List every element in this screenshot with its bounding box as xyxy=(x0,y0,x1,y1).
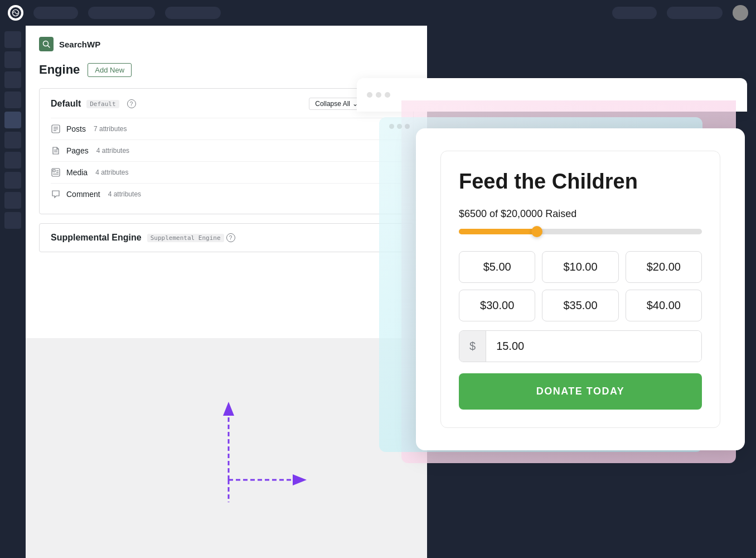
admin-bar-pill-3[interactable] xyxy=(165,7,221,19)
engine-section-header: Default Default ? Collapse All ⌄ Source xyxy=(51,98,402,110)
source-item-comment: Comment 4 attributes xyxy=(51,183,402,205)
admin-bar-right-pill-2[interactable] xyxy=(667,7,723,19)
donation-title: Feed the Children xyxy=(459,169,702,195)
media-attrs: 4 attributes xyxy=(95,169,128,176)
searchwp-panel: SearchWP Engine Add New Default Default … xyxy=(26,26,427,338)
supplemental-title: Supplemental Engine xyxy=(51,233,142,243)
admin-bar-pill-2[interactable] xyxy=(88,7,155,19)
amount-btn-30[interactable]: $30.00 xyxy=(459,290,535,321)
currency-symbol: $ xyxy=(459,331,486,362)
engine-badge: Default xyxy=(86,100,119,108)
comment-attrs: 4 attributes xyxy=(108,190,141,198)
svg-marker-17 xyxy=(293,474,307,485)
engine-header: Engine Add New xyxy=(39,62,414,77)
amount-btn-10[interactable]: $10.00 xyxy=(542,251,618,283)
admin-bar-right-pill-1[interactable] xyxy=(612,7,657,19)
sidebar-item-8[interactable] xyxy=(4,192,21,209)
progress-bar-fill xyxy=(459,229,537,234)
help-icon[interactable]: ? xyxy=(127,99,136,108)
svg-rect-10 xyxy=(53,170,55,172)
custom-amount-input[interactable] xyxy=(486,331,701,362)
media-label: Media xyxy=(66,168,88,177)
collapse-all-button[interactable]: Collapse All ⌄ xyxy=(309,98,364,110)
comment-icon xyxy=(51,189,61,199)
donate-today-button[interactable]: DONATE TODAY xyxy=(459,373,702,410)
supplemental-help-icon[interactable]: ? xyxy=(226,233,235,242)
wp-sidebar xyxy=(0,26,26,558)
source-item-posts: Posts 7 attributes xyxy=(51,118,402,140)
sidebar-item-2[interactable] xyxy=(4,51,21,68)
media-icon xyxy=(51,167,61,177)
searchwp-header: SearchWP xyxy=(39,37,414,51)
wp-logo[interactable] xyxy=(8,5,23,21)
progress-handle[interactable] xyxy=(531,226,542,237)
sidebar-item-6[interactable] xyxy=(4,152,21,169)
amount-btn-5[interactable]: $5.00 xyxy=(459,251,535,283)
custom-amount-wrap: $ xyxy=(459,330,702,362)
arrows-diagram xyxy=(184,391,323,502)
source-item-media: Media 4 attributes xyxy=(51,161,402,183)
comment-label: Comment xyxy=(66,190,100,199)
source-item-pages: Pages 4 attributes xyxy=(51,140,402,161)
progress-bar xyxy=(459,229,702,234)
wp-admin-bar xyxy=(0,0,756,26)
sidebar-item-7[interactable] xyxy=(4,172,21,189)
avatar[interactable] xyxy=(733,5,748,21)
sidebar-item-1[interactable] xyxy=(4,31,21,48)
searchwp-logo xyxy=(39,37,54,51)
amount-btn-20[interactable]: $20.00 xyxy=(626,251,702,283)
pages-attrs: 4 attributes xyxy=(96,147,129,155)
amount-btn-40[interactable]: $40.00 xyxy=(626,290,702,321)
donation-widget: Feed the Children $6500 of $20,0000 Rais… xyxy=(416,128,745,450)
sidebar-item-5[interactable] xyxy=(4,132,21,148)
sidebar-item-9[interactable] xyxy=(4,212,21,229)
add-new-button[interactable]: Add New xyxy=(88,63,132,77)
pages-label: Pages xyxy=(66,146,89,155)
posts-label: Posts xyxy=(66,124,86,133)
donation-progress-text: $6500 of $20,0000 Raised xyxy=(459,208,702,220)
admin-bar-pill-1[interactable] xyxy=(33,7,78,19)
engine-title: Engine xyxy=(39,62,80,77)
supplemental-badge: Supplemental Engine xyxy=(147,234,224,242)
searchwp-brand-text: SearchWP xyxy=(59,40,100,49)
sidebar-item-3[interactable] xyxy=(4,71,21,88)
sidebar-item-special[interactable] xyxy=(4,112,21,128)
donation-amounts-grid: $5.00 $10.00 $20.00 $30.00 $35.00 $40.00 xyxy=(459,251,702,321)
supplemental-engine-section: Supplemental Engine Supplemental Engine … xyxy=(39,223,414,252)
sidebar-item-4[interactable] xyxy=(4,92,21,108)
engine-name: Default xyxy=(51,99,81,109)
svg-line-2 xyxy=(48,46,50,48)
donation-inner-card: Feed the Children $6500 of $20,0000 Rais… xyxy=(440,151,720,428)
svg-marker-15 xyxy=(223,402,234,416)
posts-icon xyxy=(51,124,61,134)
pages-icon xyxy=(51,146,61,156)
amount-btn-35[interactable]: $35.00 xyxy=(542,290,618,321)
posts-attrs: 7 attributes xyxy=(94,125,127,133)
